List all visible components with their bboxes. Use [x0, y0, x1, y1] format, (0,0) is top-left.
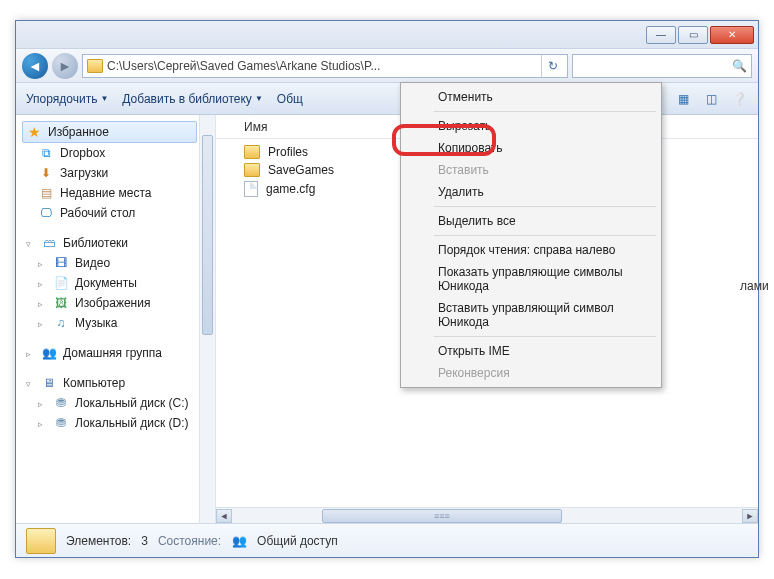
star-icon: ★	[26, 124, 42, 140]
horizontal-scrollbar[interactable]: ◄ ≡≡≡ ►	[216, 507, 758, 523]
desktop-icon: 🖵	[38, 205, 54, 221]
homegroup-icon: 👥	[41, 345, 57, 361]
ctx-delete[interactable]: Удалить	[404, 181, 658, 203]
libraries-icon: 🗃	[41, 235, 57, 251]
addlib-label: Добавить в библиотеку	[122, 92, 252, 106]
close-button[interactable]: ✕	[710, 26, 754, 44]
folder-icon	[244, 145, 260, 159]
sidebar-item-music[interactable]: ▹♫Музыка	[16, 313, 215, 333]
folder-icon	[244, 163, 260, 177]
expand-icon: ▹	[38, 279, 47, 288]
drive-icon: ⛃	[53, 395, 69, 411]
expand-icon: ▹	[38, 399, 47, 408]
separator	[434, 206, 656, 207]
view-options-button[interactable]: ▦	[674, 90, 692, 108]
homegroup-header[interactable]: ▹👥Домашняя группа	[16, 343, 215, 363]
favorites-header[interactable]: ★ Избранное	[22, 121, 197, 143]
status-bar: Элементов: 3 Состояние: 👥 Общий доступ	[16, 523, 758, 557]
expand-icon: ▿	[26, 379, 35, 388]
titlebar: — ▭ ✕	[16, 21, 758, 49]
navbar: ◄ ► C:\Users\Сергей\Saved Games\Arkane S…	[16, 49, 758, 83]
video-icon: 🎞	[53, 255, 69, 271]
search-icon: 🔍	[732, 59, 747, 73]
expand-icon: ▿	[26, 239, 35, 248]
expand-icon: ▹	[26, 349, 35, 358]
organize-label: Упорядочить	[26, 92, 97, 106]
users-icon: 👥	[231, 533, 247, 549]
ctx-undo[interactable]: Отменить	[404, 86, 658, 108]
expand-icon: ▹	[38, 259, 47, 268]
status-state-label: Состояние:	[158, 534, 221, 548]
music-icon: ♫	[53, 315, 69, 331]
dropbox-icon: ⧉	[38, 145, 54, 161]
documents-icon: 📄	[53, 275, 69, 291]
ctx-paste: Вставить	[404, 159, 658, 181]
status-count-label: Элементов:	[66, 534, 131, 548]
expand-icon: ▹	[38, 419, 47, 428]
ctx-select-all[interactable]: Выделить все	[404, 210, 658, 232]
sidebar-scrollbar[interactable]	[199, 115, 215, 523]
share-menu[interactable]: Общ	[277, 92, 303, 106]
sidebar-item-documents[interactable]: ▹📄Документы	[16, 273, 215, 293]
sidebar-item-desktop[interactable]: 🖵Рабочий стол	[16, 203, 215, 223]
scroll-right-arrow[interactable]: ►	[742, 509, 758, 523]
separator	[434, 235, 656, 236]
minimize-button[interactable]: —	[646, 26, 676, 44]
ctx-open-ime[interactable]: Открыть IME	[404, 340, 658, 362]
drive-icon: ⛃	[53, 415, 69, 431]
share-label: Общ	[277, 92, 303, 106]
recent-icon: ▤	[38, 185, 54, 201]
separator	[434, 111, 656, 112]
back-button[interactable]: ◄	[22, 53, 48, 79]
favorites-label: Избранное	[48, 125, 109, 139]
status-shared: Общий доступ	[257, 534, 338, 548]
folder-icon	[87, 59, 103, 73]
sidebar-item-dropbox[interactable]: ⧉Dropbox	[16, 143, 215, 163]
scroll-track[interactable]: ≡≡≡	[232, 509, 742, 523]
ctx-reconvert: Реконверсия	[404, 362, 658, 384]
chevron-down-icon: ▼	[100, 94, 108, 103]
ctx-insert-unicode[interactable]: Вставить управляющий символ Юникода	[404, 297, 658, 333]
status-count: 3	[141, 534, 148, 548]
maximize-button[interactable]: ▭	[678, 26, 708, 44]
scrollbar-thumb[interactable]: ≡≡≡	[322, 509, 562, 523]
expand-icon: ▹	[38, 299, 47, 308]
file-icon	[244, 181, 258, 197]
search-box[interactable]: 🔍	[572, 54, 752, 78]
context-menu: Отменить Вырезать Копировать Вставить Уд…	[400, 82, 662, 388]
libraries-header[interactable]: ▿🗃Библиотеки	[16, 233, 215, 253]
address-text: C:\Users\Сергей\Saved Games\Arkane Studi…	[107, 59, 537, 73]
folder-large-icon	[26, 528, 56, 554]
scroll-left-arrow[interactable]: ◄	[216, 509, 232, 523]
downloads-icon: ⬇	[38, 165, 54, 181]
ctx-rtl[interactable]: Порядок чтения: справа налево	[404, 239, 658, 261]
address-bar[interactable]: C:\Users\Сергей\Saved Games\Arkane Studi…	[82, 54, 568, 78]
forward-button[interactable]: ►	[52, 53, 78, 79]
add-to-library-menu[interactable]: Добавить в библиотеку ▼	[122, 92, 262, 106]
ctx-show-unicode[interactable]: Показать управляющие символы Юникода	[404, 261, 658, 297]
ctx-cut[interactable]: Вырезать	[404, 115, 658, 137]
expand-icon: ▹	[38, 319, 47, 328]
computer-icon: 🖥	[41, 375, 57, 391]
sidebar-item-downloads[interactable]: ⬇Загрузки	[16, 163, 215, 183]
sidebar-item-drive-c[interactable]: ▹⛃Локальный диск (C:)	[16, 393, 215, 413]
computer-header[interactable]: ▿🖥Компьютер	[16, 373, 215, 393]
preview-pane-button[interactable]: ◫	[702, 90, 720, 108]
pictures-icon: 🖼	[53, 295, 69, 311]
ctx-copy[interactable]: Копировать	[404, 137, 658, 159]
sidebar-item-video[interactable]: ▹🎞Видео	[16, 253, 215, 273]
separator	[434, 336, 656, 337]
help-button[interactable]: ❔	[730, 90, 748, 108]
organize-menu[interactable]: Упорядочить ▼	[26, 92, 108, 106]
chevron-down-icon: ▼	[255, 94, 263, 103]
sidebar: ★ Избранное ⧉Dropbox ⬇Загрузки ▤Недавние…	[16, 115, 216, 523]
sidebar-item-drive-d[interactable]: ▹⛃Локальный диск (D:)	[16, 413, 215, 433]
sidebar-item-pictures[interactable]: ▹🖼Изображения	[16, 293, 215, 313]
scrollbar-thumb[interactable]	[202, 135, 213, 335]
obscured-text: лами	[740, 277, 758, 295]
refresh-icon[interactable]: ↻	[541, 55, 563, 77]
sidebar-item-recent[interactable]: ▤Недавние места	[16, 183, 215, 203]
